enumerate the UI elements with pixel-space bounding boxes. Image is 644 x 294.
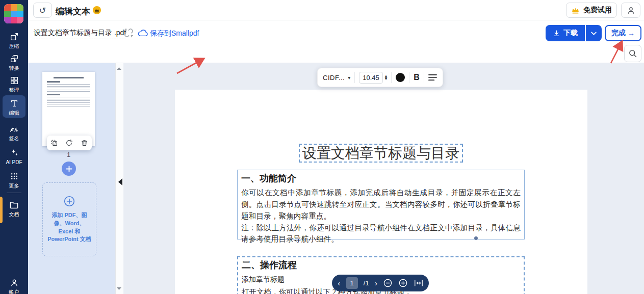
fit-width-button[interactable] <box>414 279 423 287</box>
crown-icon <box>571 7 580 14</box>
sidebar-item-documents[interactable]: 文档 <box>0 200 28 217</box>
sidebar-item-label: 文档 <box>0 211 28 217</box>
delete-page-button[interactable] <box>81 139 88 147</box>
sidebar-item-more[interactable]: 更多 <box>0 171 28 189</box>
sparkles-icon <box>0 148 28 158</box>
sidebar-item-label: 更多 <box>0 183 28 189</box>
sidebar-item-compress[interactable]: 压缩 <box>0 32 28 49</box>
section1-paragraph: 你可以在文档中添加章节标题，添加完成后将自动生成目录，并固定展示在正文左侧。点击… <box>241 187 521 222</box>
arrow-right-icon: → <box>628 29 635 37</box>
add-files-dropzone[interactable]: 添加 PDF、图像、Word、Excel 和 PowerPoint 文档 <box>42 182 96 256</box>
user-icon <box>627 6 635 15</box>
selected-title-textbox[interactable]: 设置文档章节标题与目录 <box>299 144 463 163</box>
download-label: 下载 <box>563 29 578 38</box>
more-grid-icon <box>0 171 28 181</box>
profile-button[interactable] <box>621 3 640 18</box>
page-navigation-bar: ‹ 1 /1 › <box>332 275 429 291</box>
save-to-smallpdf-link[interactable]: 保存到Smallpdf <box>150 29 199 38</box>
top-header <box>28 0 644 20</box>
plus-circle-icon <box>63 195 75 207</box>
organize-icon <box>0 75 28 86</box>
next-page-button[interactable]: › <box>375 279 377 287</box>
rotate-page-button[interactable] <box>65 139 73 147</box>
zoom-out-button[interactable] <box>383 278 393 288</box>
section1-textbox[interactable]: 一、功能简介 你可以在文档中添加章节标题，添加完成后将自动生成目录，并固定展示在… <box>237 170 525 239</box>
back-button[interactable]: ↺ <box>33 3 52 18</box>
finish-label: 完成 <box>611 29 626 38</box>
prev-page-button[interactable]: ‹ <box>338 279 340 287</box>
finish-button[interactable]: 完成 → <box>605 25 641 41</box>
sidebar-item-label: 转换 <box>0 65 28 71</box>
scroll-down-arrow[interactable] <box>116 287 122 291</box>
format-divider <box>409 72 409 83</box>
smallpdf-logo[interactable] <box>4 4 23 23</box>
sidebar-item-convert[interactable]: 转换 <box>0 54 28 71</box>
cloud-icon <box>138 29 148 37</box>
format-divider <box>354 72 355 83</box>
search-icon <box>628 49 637 58</box>
download-icon <box>553 30 560 37</box>
zoom-in-button[interactable] <box>398 278 408 288</box>
pdf-editor-app: 压缩 转换 整理 编辑 签名 <box>0 0 644 294</box>
font-family-value: CIDF... <box>323 74 345 82</box>
premium-crown-icon <box>93 6 101 14</box>
add-page-button[interactable] <box>62 162 76 176</box>
text-format-toolbar: CIDF... ▾ 10.45 ▴ ▾ B <box>317 68 443 87</box>
thumbnail-actions <box>47 136 92 150</box>
search-button[interactable] <box>624 45 641 62</box>
back-icon: ↺ <box>39 6 46 15</box>
free-trial-button[interactable]: 免费试用 <box>566 3 617 18</box>
sidebar-item-label: 整理 <box>0 87 28 93</box>
section1-heading: 一、功能简介 <box>241 172 521 184</box>
sidebar-item-ai-pdf[interactable]: AI PDF <box>0 148 28 165</box>
download-button[interactable]: 下载 <box>546 25 585 41</box>
compress-icon <box>0 32 28 42</box>
current-page-field[interactable]: 1 <box>346 277 358 289</box>
unlink-icon[interactable] <box>124 28 134 38</box>
text-color-swatch[interactable] <box>396 73 405 82</box>
sidebar-item-label: 压缩 <box>0 43 28 49</box>
convert-icon <box>0 54 28 64</box>
format-divider <box>424 72 424 83</box>
sidebar-item-label: 签名 <box>0 136 28 141</box>
chevron-down-icon: ▾ <box>348 75 350 81</box>
total-pages-label: /1 <box>364 279 369 287</box>
bold-button[interactable]: B <box>414 73 420 82</box>
section1-note: 注：除以上方法外，你还可以通过目录导航小组件在文档正文中添加目录，具体信息请参考… <box>241 222 521 245</box>
sidebar-item-label: AI PDF <box>0 159 28 165</box>
chevron-down-icon <box>591 32 597 35</box>
document-title: 设置文档章节标题与目录 <box>302 144 459 163</box>
sidebar-divider <box>7 193 21 193</box>
free-trial-label: 免费试用 <box>583 6 612 15</box>
thumbnail-content <box>42 77 95 108</box>
tool-sidebar: 压缩 转换 整理 编辑 签名 <box>0 0 28 294</box>
resize-handle[interactable] <box>474 236 478 240</box>
sidebar-item-label: 帐户 <box>0 289 28 294</box>
add-files-label: 添加 PDF、图像、Word、Excel 和 PowerPoint 文档 <box>43 211 96 244</box>
user-icon <box>0 278 28 288</box>
page-title: 编辑文本 <box>56 6 90 17</box>
edit-text-icon <box>0 98 28 109</box>
sidebar-item-account[interactable]: 帐户 <box>0 278 28 294</box>
sidebar-item-organize[interactable]: 整理 <box>0 75 28 93</box>
scroll-up-arrow[interactable] <box>116 66 122 70</box>
signature-icon <box>0 124 28 134</box>
folder-icon <box>0 200 28 210</box>
font-size-value[interactable]: 10.45 <box>359 72 383 84</box>
file-name[interactable]: 设置文档章节标题与目录 .pdf <box>34 29 126 39</box>
plus-icon <box>66 166 72 172</box>
section2-heading: 二、操作流程 <box>242 259 520 271</box>
thumbnail-page-number: 1 <box>42 151 95 158</box>
sidebar-item-edit[interactable]: 编辑 <box>0 98 28 116</box>
sidebar-item-label: 编辑 <box>0 110 28 116</box>
align-button[interactable] <box>428 74 437 81</box>
font-size-stepper: 10.45 ▴ ▾ <box>359 72 387 84</box>
sidebar-item-sign[interactable]: 签名 <box>0 124 28 141</box>
font-family-dropdown[interactable]: CIDF... ▾ <box>323 74 350 82</box>
size-decrease-button[interactable]: ▾ <box>385 77 388 80</box>
format-divider <box>391 72 392 83</box>
collapse-panel-handle[interactable] <box>118 178 123 186</box>
download-options-button[interactable] <box>586 25 602 41</box>
duplicate-page-button[interactable] <box>50 139 58 147</box>
